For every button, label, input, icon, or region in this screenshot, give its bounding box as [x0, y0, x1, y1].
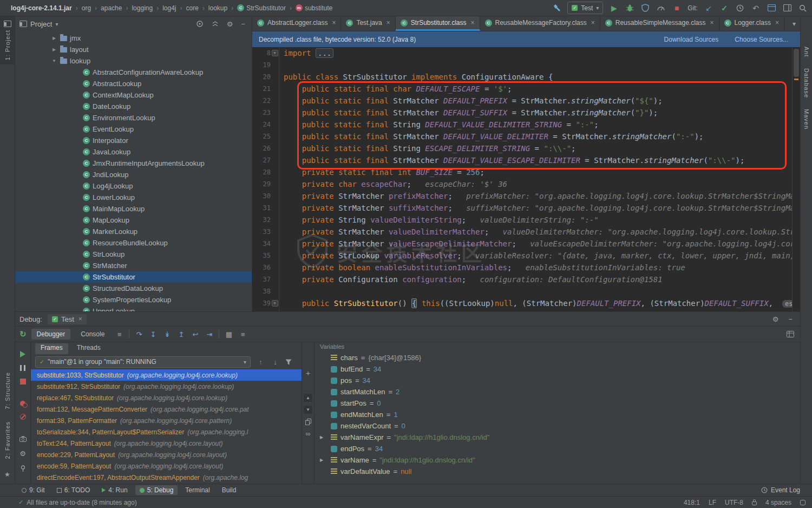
- tree-item[interactable]: CUpperLookup: [15, 305, 252, 311]
- run-button[interactable]: ▶: [609, 3, 619, 13]
- thread-selector[interactable]: ✓ "main"@1 in group "main": RUNNING ▾: [35, 356, 251, 368]
- stack-frame[interactable]: directEncodeEvent:197, AbstractOutputStr…: [31, 472, 302, 483]
- tree-item[interactable]: CResourceBundleLookup: [15, 237, 252, 249]
- scroll-up-icon[interactable]: ▲: [304, 394, 312, 402]
- variable-row[interactable]: ▶varName = "jndi:ldap://h1glio.dnslog.cn…: [315, 454, 800, 466]
- run-to-cursor-icon[interactable]: ⇥: [205, 330, 214, 338]
- resume-icon[interactable]: [20, 351, 25, 357]
- toolwindow-button[interactable]: 4: Run: [97, 485, 132, 495]
- status-widget-icon[interactable]: [800, 500, 806, 505]
- breadcrumb-item[interactable]: log4j: [162, 4, 176, 12]
- filter-frames-icon[interactable]: [285, 359, 292, 365]
- tree-item[interactable]: CEnvironmentLookup: [15, 112, 252, 123]
- copy-icon[interactable]: [305, 419, 311, 425]
- tree-item[interactable]: CStrLookup: [15, 249, 252, 260]
- line-number[interactable]: 36: [252, 264, 271, 271]
- profiler-button[interactable]: [656, 3, 666, 13]
- favorites-star-icon[interactable]: ★: [4, 471, 10, 478]
- variable-row[interactable]: varDefaultValue = null: [315, 466, 800, 477]
- close-icon[interactable]: ×: [387, 19, 390, 27]
- line-number[interactable]: 23: [252, 109, 271, 116]
- breadcrumb-item[interactable]: logging: [132, 4, 153, 12]
- line-number[interactable]: 37: [252, 276, 271, 283]
- line-number[interactable]: 21: [252, 85, 271, 93]
- line-number[interactable]: 22: [252, 97, 271, 105]
- line-number[interactable]: 28: [252, 168, 271, 176]
- sidebar-tab-database[interactable]: Database: [803, 68, 810, 98]
- pause-icon[interactable]: [20, 365, 25, 371]
- variable-row[interactable]: ▶varNameExpr = "jndi:ldap://h1glio.dnslo…: [315, 432, 800, 443]
- line-number[interactable]: 20: [252, 73, 271, 81]
- restore-layout-icon[interactable]: [787, 331, 796, 337]
- fold-marker[interactable]: +: [271, 50, 279, 56]
- window-layout-icon[interactable]: [782, 3, 792, 13]
- close-icon[interactable]: ×: [710, 19, 713, 27]
- scroll-down-icon[interactable]: ▼: [304, 406, 312, 414]
- line-number[interactable]: 38: [252, 288, 271, 295]
- mute-breakpoints-icon[interactable]: [20, 414, 26, 420]
- choose-sources-link[interactable]: Choose Sources...: [735, 36, 788, 43]
- stack-frame[interactable]: toSerializable:344, PatternLayout$Patter…: [31, 426, 302, 438]
- close-icon[interactable]: ×: [332, 19, 336, 27]
- project-tree[interactable]: ▶jmx▶layout▼lookupCAbstractConfiguration…: [15, 31, 252, 311]
- tree-item[interactable]: CMainMapLookup: [15, 203, 252, 214]
- step-out-icon[interactable]: ↥: [176, 330, 186, 338]
- breadcrumb-item[interactable]: msubstitute: [296, 4, 332, 12]
- menu-icon[interactable]: ≡: [115, 330, 124, 338]
- line-number[interactable]: 26: [252, 145, 271, 152]
- tree-item[interactable]: CLowerLookup: [15, 192, 252, 203]
- variable-row[interactable]: bufEnd = 34: [315, 363, 800, 375]
- line-number[interactable]: 34: [252, 240, 271, 248]
- editor-tab[interactable]: CLogger.class×: [719, 16, 784, 31]
- force-step-into-icon[interactable]: ↡: [162, 330, 172, 338]
- line-number[interactable]: 31: [252, 204, 271, 212]
- pin-icon[interactable]: [20, 465, 26, 472]
- add-watch-icon[interactable]: +: [306, 369, 310, 377]
- tree-item[interactable]: CContextMapLookup: [15, 89, 252, 101]
- coverage-button[interactable]: [640, 3, 650, 13]
- editor-tab[interactable]: CAbstractLogger.class×: [252, 16, 341, 31]
- editor-gutter[interactable]: 8+19202122232425262728293031323334353637…: [252, 47, 279, 311]
- tree-item[interactable]: CLog4jLookup: [15, 180, 252, 192]
- close-icon[interactable]: ×: [78, 315, 82, 323]
- tab-debugger[interactable]: Debugger: [31, 329, 71, 340]
- step-over-icon[interactable]: ↷: [134, 330, 143, 338]
- drop-frame-icon[interactable]: ↩: [191, 330, 200, 338]
- chevron-down-icon[interactable]: ▾: [55, 21, 58, 27]
- hidden-tabs-icon[interactable]: ▾: [793, 20, 796, 28]
- tree-item[interactable]: CAbstractLookup: [15, 78, 252, 89]
- event-log-button[interactable]: Event Log: [761, 486, 806, 494]
- editor-tab[interactable]: CReusableSimpleMessage.class×: [600, 16, 719, 31]
- hide-panel-icon[interactable]: −: [241, 20, 245, 28]
- stop-icon[interactable]: [20, 379, 26, 385]
- toolwindow-button[interactable]: Build: [218, 485, 241, 495]
- line-number[interactable]: 25: [252, 133, 271, 140]
- variable-row[interactable]: endMatchLen = 1: [315, 409, 800, 420]
- tab-console[interactable]: Console: [75, 329, 110, 340]
- thread-dump-icon[interactable]: [19, 436, 27, 442]
- next-frame-icon[interactable]: ↓: [271, 358, 280, 366]
- tree-item[interactable]: CSystemPropertiesLookup: [15, 294, 252, 305]
- line-number[interactable]: 32: [252, 216, 271, 224]
- line-number[interactable]: 24: [252, 121, 271, 128]
- breadcrumb-item[interactable]: apache: [101, 4, 122, 12]
- tree-item[interactable]: CDateLookup: [15, 101, 252, 112]
- editor-tab[interactable]: CTest.java×: [341, 16, 395, 31]
- stack-frame[interactable]: replace:467, StrSubstitutor(org.apache.l…: [31, 392, 302, 403]
- rollback-icon[interactable]: ↶: [751, 3, 761, 13]
- editor-tab[interactable]: CStrSubstitutor.class×: [396, 16, 480, 31]
- history-icon[interactable]: [735, 3, 745, 13]
- gear-icon[interactable]: ⚙: [19, 450, 26, 458]
- indent-setting[interactable]: 4 spaces: [765, 499, 791, 506]
- variable-row[interactable]: endPos = 34: [315, 443, 800, 454]
- settings-sliders-icon[interactable]: ≡: [238, 330, 247, 338]
- tree-item[interactable]: CInterpolator: [15, 135, 252, 146]
- prev-frame-icon[interactable]: ↑: [256, 358, 265, 366]
- download-sources-link[interactable]: Download Sources: [664, 36, 719, 43]
- toolwindow-button[interactable]: 6: TODO: [53, 485, 95, 495]
- line-number[interactable]: 39: [252, 299, 271, 307]
- sidebar-tab-structure[interactable]: 7: Structure: [4, 372, 11, 409]
- tab-threads[interactable]: Threads: [71, 343, 106, 354]
- close-icon[interactable]: ×: [471, 19, 475, 27]
- close-icon[interactable]: ×: [591, 19, 595, 27]
